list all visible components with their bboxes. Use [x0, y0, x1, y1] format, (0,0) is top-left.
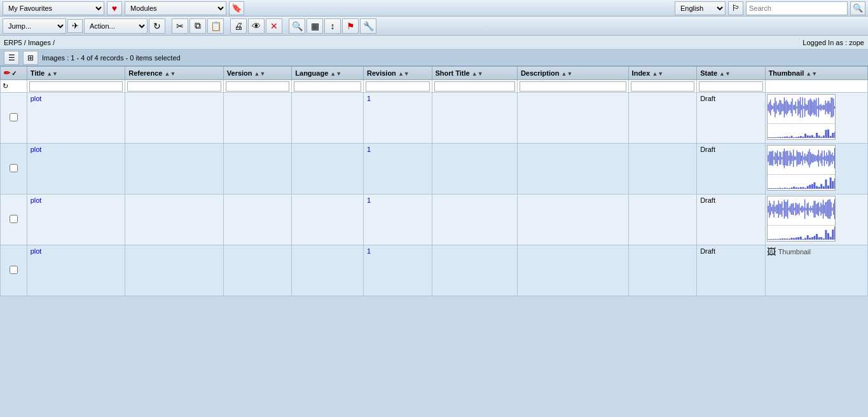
row-checkbox[interactable] [10, 164, 18, 172]
filter-revision-input[interactable] [366, 81, 430, 92]
row-title-link[interactable]: plot [31, 95, 42, 102]
row-title-link[interactable]: plot [31, 247, 42, 255]
state-sort-icon[interactable]: ▲▼ [719, 71, 731, 77]
paste-button[interactable]: 📋 [207, 18, 224, 34]
svg-rect-110 [790, 153, 791, 164]
svg-rect-103 [783, 151, 783, 165]
row-checkbox-cell [1, 144, 27, 195]
cut-button[interactable]: ✂ [172, 18, 188, 34]
svg-rect-77 [806, 135, 808, 138]
copy-button[interactable]: ⧉ [189, 18, 206, 34]
svg-rect-153 [775, 188, 776, 189]
jump-dropdown[interactable]: Jump... [3, 18, 66, 34]
view-button[interactable]: 👁 [248, 18, 265, 34]
wrench-button[interactable]: 🔧 [360, 18, 376, 34]
list-view-button[interactable]: ☰ [4, 51, 19, 65]
svg-rect-63 [775, 137, 776, 138]
filter-description-input[interactable] [520, 81, 626, 92]
row-checkbox[interactable] [10, 215, 18, 223]
index-sort-icon[interactable]: ▲▼ [652, 71, 663, 77]
top-bar: My Favourites ♥ Modules 🔖 English 🏳 🔍 [0, 0, 868, 17]
reference-sort-icon[interactable]: ▲▼ [164, 71, 176, 77]
description-header[interactable]: Description ▲▼ [517, 67, 628, 80]
search-input[interactable] [746, 1, 848, 15]
svg-rect-88 [832, 133, 834, 138]
svg-rect-7 [776, 101, 776, 113]
row-index-cell [628, 195, 697, 245]
action-dropdown[interactable]: Action... [84, 18, 148, 34]
row-title-link[interactable]: plot [31, 196, 42, 204]
row-revision-link[interactable]: 1 [367, 95, 371, 102]
description-sort-icon[interactable]: ▲▼ [561, 71, 572, 77]
bookmark-icon-button[interactable]: 🔖 [229, 1, 244, 15]
language-sort-icon[interactable]: ▲▼ [330, 71, 341, 77]
svg-rect-21 [792, 99, 792, 116]
thumbnail-label: Thumbnail [769, 69, 804, 77]
svg-rect-120 [802, 151, 803, 165]
modules-dropdown[interactable]: Modules [125, 1, 226, 15]
flag-button[interactable]: ⚑ [342, 18, 359, 34]
filter-reference-input[interactable] [127, 81, 221, 92]
version-sort-icon[interactable]: ▲▼ [254, 71, 266, 77]
filter-state-input[interactable] [699, 81, 763, 92]
short-title-header[interactable]: Short Title ▲▼ [432, 67, 517, 80]
row-revision-link[interactable]: 1 [367, 247, 371, 255]
grid-view-button[interactable]: ⊞ [23, 51, 38, 65]
svg-rect-163 [797, 188, 799, 189]
index-header[interactable]: Index ▲▼ [628, 67, 697, 80]
refresh-filter-icon[interactable]: ↻ [3, 82, 8, 90]
print-button[interactable]: 🖨 [230, 18, 247, 34]
short-title-sort-icon[interactable]: ▲▼ [472, 71, 483, 77]
row-revision-link[interactable]: 1 [367, 146, 371, 153]
title-header[interactable]: Title ▲▼ [27, 67, 125, 80]
svg-rect-91 [769, 151, 769, 165]
svg-rect-8 [777, 105, 778, 109]
row-title-link[interactable]: plot [31, 146, 42, 153]
svg-rect-193 [783, 208, 783, 210]
refresh-button[interactable]: ↻ [149, 18, 165, 34]
search-button[interactable]: 🔍 [850, 1, 865, 15]
reference-header[interactable]: Reference ▲▼ [125, 67, 224, 80]
thumbnail-sort-icon[interactable]: ▲▼ [806, 71, 817, 77]
filter-button[interactable]: ▦ [307, 18, 323, 34]
svg-rect-93 [771, 151, 772, 165]
filter-index-input[interactable] [631, 81, 695, 92]
favourites-dropdown[interactable]: My Favourites [3, 1, 104, 15]
language-header[interactable]: Language ▲▼ [292, 67, 364, 80]
row-index-cell [628, 144, 697, 195]
svg-rect-215 [808, 202, 808, 215]
svg-rect-213 [806, 208, 806, 210]
filter-title-input[interactable] [29, 81, 123, 92]
svg-rect-223 [817, 203, 818, 215]
svg-rect-264 [823, 238, 825, 240]
language-dropdown[interactable]: English [675, 1, 726, 15]
row-thumbnail-cell [765, 93, 867, 144]
state-header[interactable]: State ▲▼ [697, 67, 766, 80]
thumbnail-header[interactable]: Thumbnail ▲▼ [765, 67, 867, 80]
version-header[interactable]: Version ▲▼ [223, 67, 292, 80]
filter-version-input[interactable] [226, 81, 290, 92]
revision-sort-icon[interactable]: ▲▼ [398, 71, 410, 77]
svg-rect-225 [819, 207, 820, 211]
svg-rect-260 [813, 236, 815, 240]
state-label: State [700, 69, 717, 77]
svg-rect-199 [789, 206, 790, 212]
row-revision-cell: 1 [363, 195, 432, 245]
row-revision-link[interactable]: 1 [367, 196, 371, 204]
sort-button[interactable]: ↕ [324, 18, 341, 34]
jump-go-button[interactable]: ✈ [67, 19, 83, 33]
row-checkbox[interactable] [10, 266, 18, 274]
svg-rect-259 [811, 237, 813, 240]
delete-button[interactable]: ✕ [266, 18, 282, 34]
svg-rect-69 [789, 137, 790, 138]
revision-header[interactable]: Revision ▲▼ [363, 67, 432, 80]
svg-rect-95 [773, 156, 774, 160]
filter-short-title-input[interactable] [434, 81, 515, 92]
title-sort-icon[interactable]: ▲▼ [46, 71, 58, 77]
filter-language-input[interactable] [294, 81, 361, 92]
row-checkbox[interactable] [10, 113, 18, 121]
table-row: plot1Draft [1, 144, 868, 195]
zoom-button[interactable]: 🔍 [289, 18, 305, 34]
heart-button[interactable]: ♥ [107, 1, 122, 15]
svg-rect-73 [797, 137, 799, 138]
